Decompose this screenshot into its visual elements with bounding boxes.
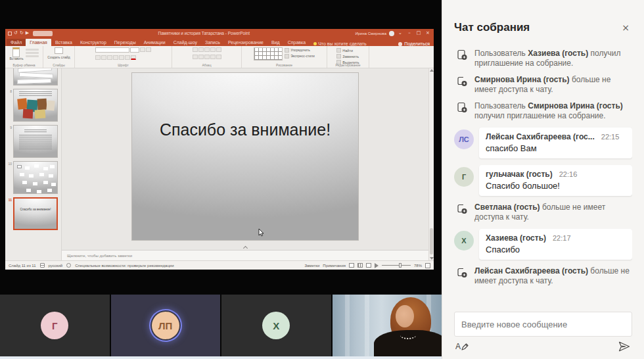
- font-name-select[interactable]: [95, 47, 129, 53]
- share-button[interactable]: Поделиться: [398, 41, 432, 46]
- slide-thumbnail[interactable]: [13, 89, 58, 122]
- line-spacing-button[interactable]: [216, 47, 221, 52]
- save-icon[interactable]: [8, 32, 12, 36]
- minimize-button[interactable]: –: [406, 31, 413, 36]
- tab-transitions[interactable]: Переходы: [110, 39, 140, 46]
- align-left-button[interactable]: [193, 55, 198, 59]
- normal-view-icon[interactable]: [349, 263, 354, 268]
- meeting-chat-panel: Чат собрания × Пользователь Хазиева (гос…: [442, 0, 644, 359]
- tab-record[interactable]: Запись: [201, 39, 224, 46]
- quick-styles-button[interactable]: Экспресс-стили: [285, 54, 315, 59]
- indent-decrease-button[interactable]: [204, 47, 210, 52]
- close-icon[interactable]: ×: [619, 21, 632, 34]
- language-indicator[interactable]: русский: [49, 264, 63, 268]
- tab-insert[interactable]: Вставка: [51, 39, 76, 46]
- slide-thumbnail[interactable]: [13, 125, 58, 158]
- accessibility-icon[interactable]: [66, 263, 71, 268]
- arrange-button[interactable]: Упорядочить: [285, 48, 315, 53]
- shapes-gallery[interactable]: [254, 47, 283, 60]
- bullets-button[interactable]: [193, 47, 198, 52]
- bold-button[interactable]: [95, 55, 101, 60]
- participant-tile-video[interactable]: [333, 295, 442, 356]
- notes-toggle[interactable]: Заметки: [304, 264, 319, 268]
- decrease-font-button[interactable]: [146, 47, 151, 52]
- arrange-icon: [285, 48, 289, 53]
- tab-animations[interactable]: Анимации: [140, 39, 170, 46]
- comments-toggle[interactable]: Примечания: [323, 264, 346, 268]
- tab-view[interactable]: Вид: [267, 39, 284, 46]
- notes-pane[interactable]: Щелкните, чтобы добавить заметки: [62, 250, 428, 260]
- tab-help[interactable]: Справка: [284, 39, 310, 46]
- send-icon[interactable]: [618, 341, 631, 352]
- replace-button[interactable]: Заменить: [336, 54, 359, 59]
- slide-title-text[interactable]: Спасибо за внимание!: [132, 120, 358, 139]
- zoom-slider[interactable]: [382, 265, 411, 266]
- scroll-up-icon[interactable]: [430, 69, 434, 72]
- format-icon[interactable]: A: [455, 341, 469, 352]
- tell-me-box[interactable]: Что вы хотите сделать: [313, 41, 367, 46]
- font-size-select[interactable]: [130, 47, 139, 53]
- slide-sorter-icon[interactable]: [357, 263, 363, 268]
- chat-message-card[interactable]: гульчачак (гость) 22:16 Спасибо большое!: [479, 165, 632, 196]
- underline-button[interactable]: [107, 55, 112, 60]
- chat-input[interactable]: [461, 320, 625, 329]
- font-color-button[interactable]: [131, 55, 136, 60]
- maximize-button[interactable]: □: [415, 31, 422, 36]
- cut-button[interactable]: [26, 49, 39, 51]
- slide-thumbnail[interactable]: [13, 68, 58, 85]
- participant-tile-g[interactable]: Г: [0, 295, 110, 356]
- find-button[interactable]: Найти: [336, 48, 359, 53]
- chat-message-card[interactable]: Лейсан Сахибгареева (гос... 22:15 спасиб…: [479, 128, 632, 158]
- columns-button[interactable]: [216, 55, 221, 59]
- numbering-button[interactable]: [198, 47, 204, 52]
- slide-thumbnail-panel[interactable]: 8 9: [5, 68, 62, 260]
- reading-view-icon[interactable]: [366, 263, 371, 268]
- change-case-button[interactable]: [125, 55, 130, 60]
- tab-home[interactable]: Главная: [26, 39, 51, 46]
- format-painter-button[interactable]: [26, 55, 39, 57]
- indent-increase-button[interactable]: [210, 47, 216, 52]
- align-center-button[interactable]: [198, 55, 204, 59]
- slide-thumbnail[interactable]: [13, 161, 58, 194]
- ribbon-options-icon[interactable]: ⌄: [397, 31, 403, 36]
- slide-thumbnail-selected[interactable]: Спасибо за внимание!: [13, 197, 58, 230]
- undo-icon[interactable]: ↺: [14, 31, 18, 36]
- tab-review[interactable]: Рецензирование: [224, 39, 267, 46]
- editor-scrollbar[interactable]: [428, 68, 434, 260]
- message-time: 22:15: [601, 133, 620, 141]
- copy-button[interactable]: [26, 52, 39, 54]
- slideshow-view-icon[interactable]: [375, 263, 379, 268]
- italic-button[interactable]: [101, 55, 106, 60]
- account-name[interactable]: Ирина Смирнова: [355, 32, 386, 36]
- zoom-level[interactable]: 78%: [414, 264, 422, 268]
- fit-to-window-icon[interactable]: [425, 263, 430, 268]
- tab-file[interactable]: Файл: [7, 39, 26, 46]
- scroll-down-icon[interactable]: [430, 257, 434, 260]
- paste-button[interactable]: Вставить: [9, 47, 23, 61]
- close-button[interactable]: ×: [425, 31, 431, 36]
- redo-icon[interactable]: ↻: [20, 31, 24, 36]
- participant-tile-lp-speaking[interactable]: ЛП: [111, 295, 221, 356]
- message-text: Спасибо: [486, 245, 626, 254]
- slideshow-icon[interactable]: ▶: [26, 31, 29, 36]
- autosave-toggle[interactable]: [33, 31, 53, 36]
- new-slide-icon[interactable]: [55, 47, 63, 54]
- slide-canvas[interactable]: Спасибо за внимание!: [131, 72, 359, 241]
- spellcheck-icon[interactable]: [40, 263, 45, 268]
- avatar: Г: [41, 312, 68, 339]
- account-avatar[interactable]: [389, 31, 394, 36]
- participant-tile-x[interactable]: Х: [221, 295, 331, 356]
- participant-strip: Г ЛП Х: [0, 295, 442, 356]
- tab-design[interactable]: Конструктор: [76, 39, 110, 46]
- justify-button[interactable]: [210, 55, 216, 59]
- increase-font-button[interactable]: [140, 47, 145, 52]
- character-spacing-button[interactable]: [119, 55, 124, 60]
- chat-message-card[interactable]: Хазиева (гость) 22:17 Спасибо: [479, 229, 632, 260]
- zoom-slider-thumb[interactable]: [399, 263, 402, 268]
- text-shadow-button[interactable]: [113, 55, 118, 60]
- chat-message-list[interactable]: Пользователь Хазиева (гость) получил при…: [454, 49, 632, 305]
- align-right-button[interactable]: [204, 55, 210, 59]
- accessibility-status[interactable]: Специальные возможности: проверьте реком…: [75, 264, 173, 268]
- scrollbar-thumb[interactable]: [430, 228, 433, 254]
- tab-slideshow[interactable]: Слайд-шоу: [170, 39, 201, 46]
